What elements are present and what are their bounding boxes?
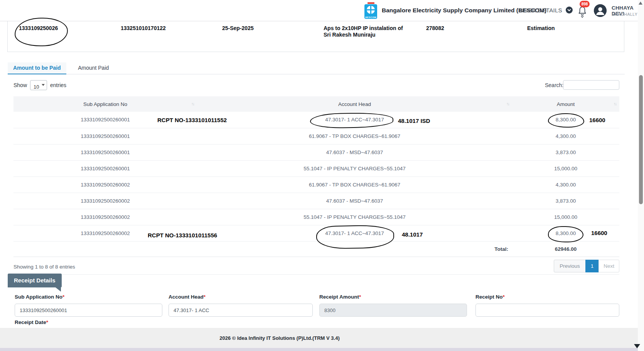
table-row[interactable]: 13331092500260001 55.1047 - IP PENALTY C… [13, 160, 619, 176]
footer-text: 2026 © Idea Infinity IT Solutions (P)Ltd… [0, 335, 559, 341]
table-row[interactable]: 13331092500260001 47.3017- 1 ACC~47.3017… [13, 112, 619, 128]
sub-application-no-cell[interactable]: 13331092500260001 [13, 144, 197, 160]
sub-application-no-cell[interactable]: 13331092500260001 [13, 128, 197, 144]
pagination-next-button[interactable]: Next [598, 260, 619, 272]
notification-badge: 898 [580, 1, 590, 7]
table-row[interactable]: 13331092500260002 47.3017- 1 ACC~47.3017… [13, 225, 619, 241]
table-row[interactable]: 13331092500260002 61.9067 - TP BOX CHARG… [13, 176, 619, 193]
column-header-account-head[interactable]: Account Head↑↓ [197, 96, 512, 112]
account-head-cell[interactable]: 47.3017- 1 ACC~47.3017 [197, 225, 512, 241]
payments-table: Sub Application No↑↓ Account Head↑↓ Amou… [13, 96, 619, 257]
chevron-down-icon[interactable] [566, 7, 573, 13]
receipt-amount-label: Receipt Amount* [319, 294, 361, 300]
account-head-cell[interactable]: 47.6037 - MSD~47.6037 [197, 193, 512, 209]
sub-application-no-label: Sub Application No* [15, 294, 64, 300]
user-details-menu[interactable]: USER DETAILS [519, 7, 562, 13]
application-date: 25-Sep-2025 [222, 25, 254, 32]
account-head-cell[interactable]: 61.9067 - TP BOX CHARGES~61.9067 [197, 128, 512, 144]
receipt-details-ribbon: Receipt Details [8, 274, 62, 287]
amount-cell[interactable]: 15,000.00 [512, 209, 619, 225]
amount-cell[interactable]: 4,300.00 [512, 128, 619, 144]
page-size-select[interactable]: 10 [30, 80, 47, 90]
pagination-previous-button[interactable]: Previous [554, 260, 586, 272]
pagination: Previous1Next [554, 260, 619, 273]
page-size-control: Show10entries [13, 80, 66, 90]
user-avatar[interactable] [594, 4, 607, 17]
table-row[interactable]: 13331092500260002 55.1047 - IP PENALTY C… [13, 209, 619, 225]
column-header-sub-application-no[interactable]: Sub Application No↑↓ [13, 96, 197, 112]
account-head-cell[interactable]: 47.3017- 1 ACC~47.3017 [197, 112, 512, 128]
logo-caption: BESCOM [364, 16, 377, 18]
account-head-cell[interactable]: 55.1047 - IP PENALTY CHARGES~55.1047 [197, 209, 512, 225]
table-row[interactable]: 13331092500260001 61.9067 - TP BOX CHARG… [13, 128, 619, 144]
scrollbar-thumb[interactable] [639, 75, 643, 204]
search-label: Search: [545, 82, 563, 88]
tab-amount-paid[interactable]: Amount Paid [72, 62, 114, 74]
sub-application-no-cell[interactable]: 13331092500260001 [13, 160, 197, 176]
required-asterisk: * [359, 294, 361, 300]
show-label: Show [13, 82, 27, 88]
select-caret-icon [42, 84, 45, 86]
notification-bell-icon[interactable] [578, 5, 588, 18]
page-footer: 2026 © Idea Infinity IT Solutions (P)Ltd… [0, 328, 644, 348]
account-head-cell[interactable]: 47.6037 - MSD~47.6037 [197, 144, 512, 160]
bottom-strip [0, 348, 644, 351]
entries-label: entries [50, 82, 66, 88]
rr-number: 133251010170122 [121, 25, 166, 32]
receipt-no-input[interactable] [475, 304, 619, 317]
top-header: BESCOM Bangalore Electricity Supply Comp… [0, 0, 644, 21]
amount-cell[interactable]: 8,300.00 [512, 225, 619, 241]
receipt-date-label: Receipt Date* [15, 319, 48, 325]
bescom-app-page: BESCOM Bangalore Electricity Supply Comp… [0, 0, 644, 351]
account-head-input[interactable] [169, 304, 313, 317]
sub-application-no-cell[interactable]: 13331092500260002 [13, 193, 197, 209]
account-head-label: Account Head* [169, 294, 206, 300]
tab-bar: Amount to be Paid Amount Paid [8, 62, 625, 74]
entries-summary: Showing 1 to 8 of 8 entries [13, 264, 75, 270]
sub-application-no-cell[interactable]: 13331092500260002 [13, 225, 197, 241]
pagination-page-1-button[interactable]: 1 [585, 260, 599, 272]
application-no: 1333109250026 [19, 25, 58, 32]
amount-cell[interactable]: 8,300.00 [512, 112, 619, 128]
total-label: Total: [197, 241, 512, 257]
receipt-amount-input[interactable] [319, 304, 467, 317]
sub-application-no-cell[interactable]: 13331092500260002 [13, 209, 197, 225]
user-location: HAROHALLY [612, 12, 637, 17]
required-asterisk: * [46, 319, 48, 325]
sort-icon: ↑↓ [506, 101, 509, 106]
bescom-logo-icon: BESCOM [364, 2, 377, 19]
search-control: Search: [545, 80, 563, 90]
required-asterisk: * [204, 294, 206, 300]
amount-cell[interactable]: 15,000.00 [512, 160, 619, 176]
stage-label: Estimation [527, 25, 555, 32]
tab-amount-to-be-paid[interactable]: Amount to be Paid [8, 62, 66, 74]
required-asterisk: * [62, 294, 64, 300]
application-record-row[interactable]: 1333109250026 133251010170122 25-Sep-202… [7, 21, 624, 52]
sort-icon: ↑↓ [191, 101, 194, 106]
reference-no: 278082 [426, 25, 444, 32]
vertical-scrollbar[interactable] [638, 0, 644, 351]
scroll-down-icon[interactable] [634, 344, 640, 348]
application-description: Aps to 2x10HP IP instalation of Sri Rake… [324, 25, 410, 38]
receipt-no-label: Receipt No* [475, 294, 505, 300]
required-asterisk: * [503, 294, 505, 300]
table-footer-row: Showing 1 to 8 of 8 entries Previous1Nex… [13, 259, 619, 275]
column-header-amount[interactable]: Amount↑↓ [512, 96, 619, 112]
sub-application-no-cell[interactable]: 13331092500260002 [13, 176, 197, 193]
sort-icon: ↑↓ [614, 101, 616, 106]
sub-application-no-cell[interactable]: 13331092500260001 [13, 112, 197, 128]
sub-application-no-input[interactable] [15, 304, 162, 317]
table-row[interactable]: 13331092500260001 47.6037 - MSD~47.6037 … [13, 144, 619, 160]
total-row: Total: 62946.00 [13, 241, 619, 257]
scroll-up-icon[interactable] [639, 2, 642, 5]
search-input[interactable] [563, 80, 619, 90]
table-row[interactable]: 13331092500260002 47.6037 - MSD~47.6037 … [13, 193, 619, 209]
amount-cell[interactable]: 3,873.00 [512, 144, 619, 160]
amount-cell[interactable]: 4,300.00 [512, 176, 619, 193]
account-head-cell[interactable]: 55.1047 - IP PENALTY CHARGES~55.1047 [197, 160, 512, 176]
total-value: 62946.00 [512, 241, 619, 257]
amount-cell[interactable]: 3,873.00 [512, 193, 619, 209]
account-head-cell[interactable]: 61.9067 - TP BOX CHARGES~61.9067 [197, 176, 512, 193]
